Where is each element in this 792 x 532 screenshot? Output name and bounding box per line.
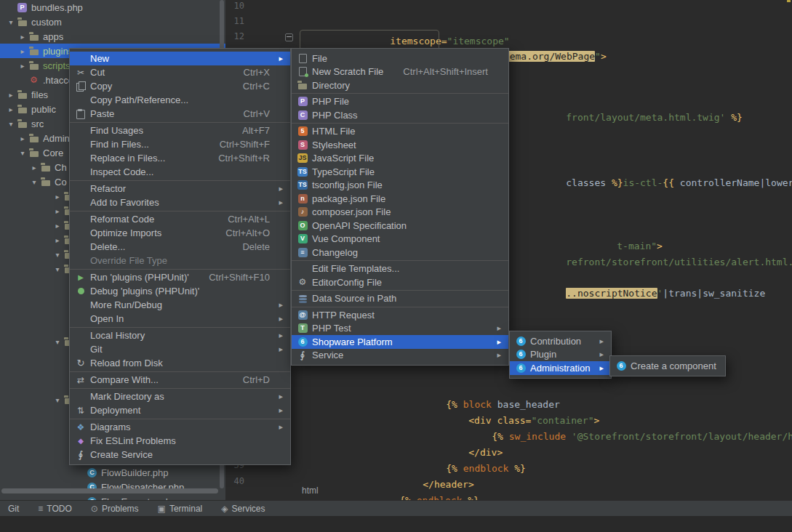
- tree-item[interactable]: FlowBuilder.php: [0, 465, 225, 480]
- menu-item-http-request[interactable]: HTTP Request: [292, 308, 508, 322]
- menu-item-edit-file-templates[interactable]: Edit File Templates...: [292, 262, 508, 276]
- menu-item-administration[interactable]: Administration: [510, 361, 611, 375]
- statusbar-todo[interactable]: TODO: [38, 504, 71, 514]
- menu-item-plugin[interactable]: Plugin: [510, 348, 611, 362]
- menu-item-directory[interactable]: Directory: [292, 78, 508, 92]
- submenu-arrow-icon: [276, 300, 283, 310]
- menu-item-copy-path[interactable]: Copy Path/Reference...: [70, 93, 290, 107]
- code-token: >: [601, 51, 607, 62]
- menu-item-label: PHP Test: [312, 323, 351, 334]
- menu-item-new[interactable]: New: [70, 52, 290, 65]
- menu-item-label: Shopware Platform: [312, 336, 393, 347]
- menu-item-composer-json[interactable]: composer.json File: [292, 206, 508, 219]
- menu-item-find-in-files[interactable]: Find in Files... Ctrl+Shift+F: [70, 137, 290, 151]
- menu-item-cut[interactable]: Cut Ctrl+X: [70, 65, 290, 79]
- tree-horizontal-scrollbar[interactable]: [1, 488, 218, 493]
- diagram-icon: [74, 422, 87, 433]
- reload-icon: [74, 358, 87, 369]
- editor-scrollbar[interactable]: [785, 0, 792, 500]
- menu-item-label: Edit File Templates...: [312, 263, 399, 274]
- menu-item-reformat-code[interactable]: Reformat Code Ctrl+Alt+L: [70, 212, 290, 226]
- code-line[interactable]: {% endblock %}: [343, 460, 479, 500]
- compare-icon: [74, 374, 87, 386]
- menu-item-php-class[interactable]: PHP Class: [292, 108, 508, 122]
- menu-item-replace-in-files[interactable]: Replace in Files... Ctrl+Shift+R: [70, 151, 290, 165]
- code-line[interactable]: classes %}is-ctl-{{ controllerName|lower…: [509, 142, 792, 201]
- menu-item-find-usages[interactable]: Find Usages Alt+F7: [70, 124, 290, 137]
- menu-item-mark-directory-as[interactable]: Mark Directory as: [70, 390, 290, 403]
- submenu-arrow-icon: [276, 54, 283, 63]
- menu-item-deployment[interactable]: Deployment: [70, 403, 290, 417]
- menu-item-html-file[interactable]: HTML File: [292, 125, 508, 139]
- menu-item-optimize-imports[interactable]: Optimize Imports Ctrl+Alt+O: [70, 226, 290, 240]
- tree-item[interactable]: bundles.php: [0, 0, 225, 15]
- menu-item-fix-eslint[interactable]: Fix ESLint Problems: [70, 434, 290, 448]
- menu-item-compare-with[interactable]: Compare With... Ctrl+D: [70, 373, 290, 387]
- menu-item-open-in[interactable]: Open In: [70, 312, 290, 326]
- tree-item[interactable]: apps: [0, 29, 225, 44]
- tree-item[interactable]: custom: [0, 15, 225, 29]
- menu-item-package-json[interactable]: package.json File: [292, 192, 508, 206]
- menu-item-run-plugins[interactable]: Run 'plugins (PHPUnit)' Ctrl+Shift+F10: [70, 270, 290, 284]
- tree-item-label: bundles.php: [31, 2, 83, 13]
- menu-item-inspect-code[interactable]: Inspect Code...: [70, 165, 290, 179]
- tree-item[interactable]: FlowExecutor.php: [0, 494, 225, 500]
- menu-item-refactor[interactable]: Refactor: [70, 182, 290, 196]
- menu-item-contribution[interactable]: Contribution: [510, 334, 611, 348]
- status-bar-label: TODO: [47, 504, 71, 514]
- folder-icon: [39, 176, 52, 188]
- statusbar-git[interactable]: Git: [4, 504, 19, 514]
- menu-item-copy[interactable]: Copy Ctrl+C: [70, 79, 290, 93]
- menu-item-label: Mark Directory as: [90, 391, 164, 402]
- html-file-icon: [296, 126, 309, 137]
- menu-item-service[interactable]: Service: [292, 349, 508, 363]
- chevron-right-icon: [17, 47, 28, 55]
- menu-item-php-test[interactable]: PHP Test: [292, 322, 508, 336]
- menu-item-paste[interactable]: Paste Ctrl+V: [70, 107, 290, 121]
- menu-item-openapi-spec[interactable]: OpenAPI Specification: [292, 219, 508, 233]
- chevron-right-icon: [17, 33, 28, 41]
- menu-item-typescript-file[interactable]: TypeScript File: [292, 165, 508, 179]
- menu-item-local-history[interactable]: Local History: [70, 329, 290, 342]
- menu-item-debug-plugins[interactable]: Debug 'plugins (PHPUnit)': [70, 284, 290, 298]
- menu-item-more-run-debug[interactable]: More Run/Debug: [70, 298, 290, 312]
- menu-item-diagrams[interactable]: Diagrams: [70, 420, 290, 434]
- menu-item-vue-component[interactable]: Vue Component: [292, 233, 508, 246]
- statusbar-terminal[interactable]: Terminal: [158, 504, 203, 514]
- menu-item-label: Reformat Code: [90, 214, 154, 225]
- menu-item-stylesheet[interactable]: Stylesheet: [292, 138, 508, 152]
- folder-icon: [28, 45, 40, 57]
- menu-item-reload-from-disk[interactable]: Reload from Disk: [70, 356, 290, 370]
- menu-item-changelog[interactable]: Changelog: [292, 246, 508, 259]
- code-line[interactable]: ..noscriptNotice'|trans|sw_sanitize: [509, 253, 765, 311]
- submenu-arrow-icon: [596, 350, 604, 359]
- menu-item-override-file-type[interactable]: Override File Type: [70, 254, 290, 267]
- menu-item-file[interactable]: File: [292, 52, 508, 65]
- menu-item-create-a-component[interactable]: Create a component: [610, 359, 725, 373]
- menu-item-label: OpenAPI Specification: [312, 220, 407, 231]
- menu-item-label: Directory: [312, 80, 350, 91]
- folder-icon: [16, 16, 28, 28]
- menu-item-label: composer.json File: [312, 206, 391, 217]
- menu-item-javascript-file[interactable]: JavaScript File: [292, 152, 508, 166]
- menu-item-shopware-platform[interactable]: Shopware Platform: [292, 335, 508, 349]
- menu-item-editorconfig-file[interactable]: EditorConfig File: [292, 275, 508, 289]
- tree-item-label: FlowBuilder.php: [101, 467, 169, 478]
- code-token: classes: [566, 177, 612, 188]
- menu-item-label: Fix ESLint Problems: [90, 435, 176, 446]
- statusbar-problems[interactable]: Problems: [91, 504, 139, 514]
- menu-item-create-service[interactable]: Create Service: [70, 448, 290, 462]
- fold-collapse-icon[interactable]: [285, 33, 293, 41]
- menu-item-add-to-favorites[interactable]: Add to Favorites: [70, 196, 290, 209]
- breadcrumb[interactable]: html: [302, 485, 319, 496]
- code-line[interactable]: front/layout/meta.html.twig' %}: [509, 77, 743, 135]
- menu-item-php-file[interactable]: PHP File: [292, 95, 508, 109]
- php-file-icon: [16, 1, 28, 13]
- tsconfig-file-icon: [296, 180, 309, 191]
- statusbar-services[interactable]: Services: [221, 504, 265, 514]
- menu-item-git[interactable]: Git: [70, 342, 290, 356]
- menu-item-tsconfig-file[interactable]: tsconfig.json File: [292, 179, 508, 193]
- menu-item-delete[interactable]: Delete... Delete: [70, 240, 290, 254]
- menu-item-data-source-in-path[interactable]: Data Source in Path: [292, 292, 508, 306]
- menu-item-new-scratch-file[interactable]: New Scratch File Ctrl+Alt+Shift+Insert: [292, 65, 508, 79]
